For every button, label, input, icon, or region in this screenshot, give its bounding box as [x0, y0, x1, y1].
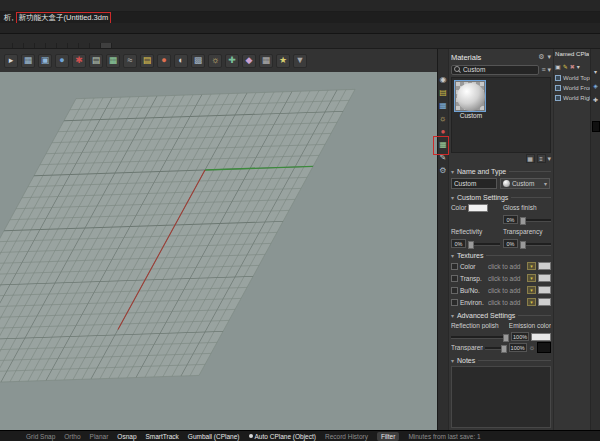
- viewport-layout-icon[interactable]: ▦: [21, 54, 35, 68]
- layers-panel-icon[interactable]: ▤: [438, 88, 447, 97]
- texture-add-link[interactable]: click to add: [488, 299, 525, 306]
- texture-add-link[interactable]: click to add: [488, 287, 525, 294]
- reflectivity-value[interactable]: 0%: [451, 239, 466, 248]
- gear-icon[interactable]: ⚙: [538, 53, 544, 61]
- list-view-icon[interactable]: ≡: [541, 66, 545, 73]
- emission-color-swatch[interactable]: [531, 333, 551, 341]
- add-tab-icon[interactable]: ✚: [593, 97, 598, 104]
- statusbar-item[interactable]: Gumball (CPlane): [188, 433, 240, 440]
- view-options-icon[interactable]: ▾: [548, 155, 552, 163]
- cplane-icon[interactable]: ▤: [89, 54, 103, 68]
- edit-cplane-icon[interactable]: ✎: [563, 64, 568, 71]
- curve-icon[interactable]: ≈: [123, 54, 137, 68]
- diffuse-color-swatch[interactable]: [468, 204, 488, 212]
- grid-icon[interactable]: ▦: [259, 54, 273, 68]
- open-folder-icon[interactable]: ▤: [140, 54, 154, 68]
- display-panel-icon[interactable]: ▦: [438, 101, 447, 110]
- gloss-finish-value[interactable]: 0%: [503, 215, 518, 224]
- material-name-field[interactable]: [451, 178, 497, 189]
- mesh-icon[interactable]: ▦: [106, 54, 120, 68]
- settings-panel-icon[interactable]: ⚙: [438, 166, 447, 175]
- panel-menu-icon[interactable]: ▾: [548, 53, 552, 61]
- statusbar-item[interactable]: Osnap: [117, 433, 136, 440]
- dock-icon[interactable]: ◈: [593, 83, 598, 90]
- texture-checkbox[interactable]: [451, 299, 458, 306]
- transparency-value[interactable]: 0%: [503, 239, 518, 248]
- texture-options-icon[interactable]: ▾: [527, 274, 536, 282]
- display-mode-icon[interactable]: ▣: [38, 54, 52, 68]
- notes-textarea[interactable]: [451, 366, 551, 428]
- cplane-item[interactable]: World Top: [555, 73, 589, 83]
- light-icon[interactable]: ☼: [208, 54, 222, 68]
- statusbar-item[interactable]: Grid Snap: [26, 433, 55, 440]
- toolbar-tab[interactable]: [79, 43, 90, 48]
- statusbar-item[interactable]: SmartTrack: [146, 433, 179, 440]
- cplane-item[interactable]: World Right: [555, 93, 589, 103]
- options-icon[interactable]: ▾: [577, 64, 580, 71]
- save-cplane-icon[interactable]: ▣: [555, 64, 561, 71]
- material-type-dropdown[interactable]: Custom ▾: [500, 178, 550, 189]
- add-icon[interactable]: ✚: [225, 54, 239, 68]
- advanced-transparency-slider[interactable]: [485, 344, 507, 352]
- pin-icon[interactable]: ▾: [594, 69, 597, 76]
- toolbar-tab[interactable]: [101, 43, 112, 48]
- toolbar-tab[interactable]: [2, 43, 13, 48]
- reflection-polish-value[interactable]: 100%: [511, 332, 529, 341]
- command-prompt[interactable]: [0, 23, 600, 34]
- gloss-finish-slider[interactable]: [520, 216, 551, 224]
- texture-checkbox[interactable]: [451, 263, 458, 270]
- grid-view-icon[interactable]: ▦: [526, 154, 535, 163]
- cplane-item[interactable]: World Front: [555, 83, 589, 93]
- section-advanced-settings[interactable]: ▾ Advanced Settings: [451, 310, 551, 320]
- texture-checkbox[interactable]: [451, 275, 458, 282]
- chevron-down-icon[interactable]: ▾: [548, 66, 552, 74]
- sphere-icon[interactable]: ●: [55, 54, 69, 68]
- toolbar-tab[interactable]: [46, 43, 57, 48]
- star-icon[interactable]: ★: [276, 54, 290, 68]
- section-notes[interactable]: ▾ Notes: [451, 355, 551, 365]
- material-thumbnail[interactable]: Custom: [455, 81, 487, 119]
- statusbar-item[interactable]: Auto CPlane (Object): [249, 433, 316, 440]
- texture-swatch[interactable]: [538, 298, 551, 306]
- texture-swatch[interactable]: [538, 262, 551, 270]
- materials-panel-icon[interactable]: ●: [438, 127, 447, 136]
- notes-panel-icon[interactable]: ✎: [438, 153, 447, 162]
- toolbar-tab[interactable]: [57, 43, 68, 48]
- material-icon[interactable]: ◐: [174, 54, 188, 68]
- statusbar-item[interactable]: Filter: [377, 432, 399, 441]
- properties-panel-icon[interactable]: ◉: [438, 75, 447, 84]
- arrow-down-icon[interactable]: ▼: [293, 54, 307, 68]
- perspective-viewport[interactable]: [0, 72, 437, 430]
- material-search-box[interactable]: [451, 65, 540, 75]
- texture-swatch[interactable]: [538, 274, 551, 282]
- section-name-and-type[interactable]: ▾ Name and Type: [451, 166, 551, 176]
- texture-options-icon[interactable]: ▾: [527, 262, 536, 270]
- reflection-polish-slider[interactable]: [451, 333, 509, 341]
- texture-add-link[interactable]: click to add: [488, 275, 525, 282]
- texture-options-icon[interactable]: ▾: [527, 286, 536, 294]
- cancel-icon[interactable]: ✱: [72, 54, 86, 68]
- transparency-slider[interactable]: [520, 240, 551, 248]
- statusbar-item[interactable]: Record History: [325, 433, 368, 440]
- statusbar-item[interactable]: Planar: [90, 433, 109, 440]
- gem-icon[interactable]: ◆: [242, 54, 256, 68]
- delete-cplane-icon[interactable]: ✖: [570, 64, 575, 71]
- toolbar-tab[interactable]: [35, 43, 46, 48]
- hatch-icon[interactable]: ▩: [191, 54, 205, 68]
- named-cplanes-panel-icon[interactable]: ▦: [438, 140, 447, 149]
- statusbar-item[interactable]: Ortho: [64, 433, 80, 440]
- material-thumbnail-area[interactable]: Custom: [451, 77, 551, 153]
- toolbar-tab[interactable]: [13, 43, 24, 48]
- material-name-input[interactable]: [454, 180, 494, 187]
- advanced-transparency-value[interactable]: 100%: [509, 343, 527, 352]
- texture-checkbox[interactable]: [451, 287, 458, 294]
- statusbar-item[interactable]: Minutes from last save: 1: [408, 433, 480, 440]
- sun-panel-icon[interactable]: ☼: [438, 114, 447, 123]
- material-search-input[interactable]: [463, 66, 537, 73]
- section-textures[interactable]: ▾ Textures: [451, 250, 551, 260]
- color-well-icon[interactable]: [592, 121, 600, 132]
- reflectivity-slider[interactable]: [468, 240, 500, 248]
- light-bulb-icon[interactable]: ☼: [529, 344, 535, 351]
- render-icon[interactable]: ●: [157, 54, 171, 68]
- texture-options-icon[interactable]: ▾: [527, 298, 536, 306]
